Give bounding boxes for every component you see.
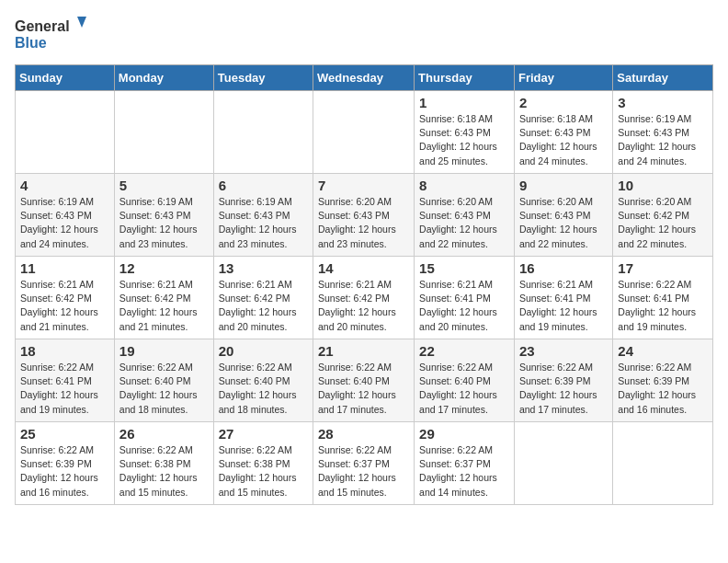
calendar-day: 11Sunrise: 6:21 AMSunset: 6:42 PMDayligh…	[16, 257, 115, 339]
day-info: Sunrise: 6:20 AMSunset: 6:43 PMDaylight:…	[519, 195, 608, 251]
day-number: 21	[318, 343, 409, 359]
day-number: 16	[519, 260, 608, 276]
day-info: Sunrise: 6:18 AMSunset: 6:43 PMDaylight:…	[419, 112, 509, 168]
calendar-day: 15Sunrise: 6:21 AMSunset: 6:41 PMDayligh…	[415, 257, 515, 339]
calendar-day: 25Sunrise: 6:22 AMSunset: 6:39 PMDayligh…	[16, 422, 115, 505]
calendar-day: 3Sunrise: 6:19 AMSunset: 6:43 PMDaylight…	[613, 91, 713, 174]
calendar-week-3: 11Sunrise: 6:21 AMSunset: 6:42 PMDayligh…	[16, 257, 713, 339]
day-number: 2	[519, 95, 608, 110]
day-info: Sunrise: 6:22 AMSunset: 6:40 PMDaylight:…	[119, 361, 209, 417]
calendar-day: 21Sunrise: 6:22 AMSunset: 6:40 PMDayligh…	[313, 339, 415, 422]
calendar-day: 4Sunrise: 6:19 AMSunset: 6:43 PMDaylight…	[16, 174, 115, 257]
day-number: 18	[20, 343, 109, 359]
generalblue-logo-icon: General Blue	[15, 15, 88, 53]
day-number: 10	[618, 178, 708, 193]
column-header-tuesday: Tuesday	[213, 65, 313, 91]
day-number: 6	[219, 178, 308, 193]
calendar-header-row: SundayMondayTuesdayWednesdayThursdayFrid…	[16, 65, 713, 91]
calendar-day: 16Sunrise: 6:21 AMSunset: 6:41 PMDayligh…	[514, 257, 612, 339]
page-header: General Blue	[15, 15, 713, 53]
day-info: Sunrise: 6:22 AMSunset: 6:37 PMDaylight:…	[419, 443, 509, 500]
day-info: Sunrise: 6:21 AMSunset: 6:42 PMDaylight:…	[119, 278, 209, 334]
svg-marker-2	[77, 17, 86, 28]
calendar-day: 17Sunrise: 6:22 AMSunset: 6:41 PMDayligh…	[613, 257, 713, 339]
svg-text:General: General	[15, 18, 70, 34]
calendar-day: 9Sunrise: 6:20 AMSunset: 6:43 PMDaylight…	[514, 174, 612, 257]
day-info: Sunrise: 6:22 AMSunset: 6:39 PMDaylight:…	[20, 443, 109, 500]
calendar-week-4: 18Sunrise: 6:22 AMSunset: 6:41 PMDayligh…	[16, 339, 713, 422]
day-number: 3	[618, 95, 708, 110]
day-info: Sunrise: 6:20 AMSunset: 6:43 PMDaylight:…	[318, 195, 409, 251]
day-info: Sunrise: 6:22 AMSunset: 6:40 PMDaylight:…	[419, 361, 509, 417]
column-header-thursday: Thursday	[415, 65, 515, 91]
day-info: Sunrise: 6:21 AMSunset: 6:42 PMDaylight:…	[219, 278, 308, 334]
day-number: 14	[318, 260, 409, 276]
day-info: Sunrise: 6:20 AMSunset: 6:42 PMDaylight:…	[618, 195, 708, 251]
calendar-day: 23Sunrise: 6:22 AMSunset: 6:39 PMDayligh…	[514, 339, 612, 422]
day-info: Sunrise: 6:19 AMSunset: 6:43 PMDaylight:…	[219, 195, 308, 251]
day-number: 1	[419, 95, 509, 110]
column-header-saturday: Saturday	[613, 65, 713, 91]
calendar-day: 10Sunrise: 6:20 AMSunset: 6:42 PMDayligh…	[613, 174, 713, 257]
day-number: 23	[519, 343, 608, 359]
column-header-sunday: Sunday	[16, 65, 115, 91]
day-info: Sunrise: 6:20 AMSunset: 6:43 PMDaylight:…	[419, 195, 509, 251]
day-number: 7	[318, 178, 409, 193]
day-info: Sunrise: 6:22 AMSunset: 6:40 PMDaylight:…	[219, 361, 308, 417]
day-info: Sunrise: 6:22 AMSunset: 6:40 PMDaylight:…	[318, 361, 409, 417]
calendar-day: 7Sunrise: 6:20 AMSunset: 6:43 PMDaylight…	[313, 174, 415, 257]
calendar-day: 13Sunrise: 6:21 AMSunset: 6:42 PMDayligh…	[213, 257, 313, 339]
logo: General Blue	[15, 15, 88, 53]
day-info: Sunrise: 6:22 AMSunset: 6:38 PMDaylight:…	[219, 443, 308, 500]
calendar-day	[16, 91, 115, 174]
day-info: Sunrise: 6:21 AMSunset: 6:42 PMDaylight:…	[20, 278, 109, 334]
day-info: Sunrise: 6:22 AMSunset: 6:39 PMDaylight:…	[519, 361, 608, 417]
day-info: Sunrise: 6:21 AMSunset: 6:42 PMDaylight:…	[318, 278, 409, 334]
calendar-day	[213, 91, 313, 174]
calendar-day: 19Sunrise: 6:22 AMSunset: 6:40 PMDayligh…	[114, 339, 213, 422]
day-info: Sunrise: 6:22 AMSunset: 6:37 PMDaylight:…	[318, 443, 409, 500]
day-info: Sunrise: 6:21 AMSunset: 6:41 PMDaylight:…	[519, 278, 608, 334]
day-number: 17	[618, 260, 708, 276]
day-number: 9	[519, 178, 608, 193]
calendar-day: 20Sunrise: 6:22 AMSunset: 6:40 PMDayligh…	[213, 339, 313, 422]
column-header-wednesday: Wednesday	[313, 65, 415, 91]
calendar-day: 22Sunrise: 6:22 AMSunset: 6:40 PMDayligh…	[415, 339, 515, 422]
day-number: 24	[618, 343, 708, 359]
calendar-day: 26Sunrise: 6:22 AMSunset: 6:38 PMDayligh…	[114, 422, 213, 505]
day-number: 19	[119, 343, 209, 359]
calendar-day: 27Sunrise: 6:22 AMSunset: 6:38 PMDayligh…	[213, 422, 313, 505]
calendar-day: 18Sunrise: 6:22 AMSunset: 6:41 PMDayligh…	[16, 339, 115, 422]
day-number: 28	[318, 426, 409, 442]
calendar-day: 12Sunrise: 6:21 AMSunset: 6:42 PMDayligh…	[114, 257, 213, 339]
day-number: 13	[219, 260, 308, 276]
column-header-friday: Friday	[514, 65, 612, 91]
day-info: Sunrise: 6:22 AMSunset: 6:41 PMDaylight:…	[618, 278, 708, 334]
day-info: Sunrise: 6:19 AMSunset: 6:43 PMDaylight:…	[20, 195, 109, 251]
column-header-monday: Monday	[114, 65, 213, 91]
day-info: Sunrise: 6:18 AMSunset: 6:43 PMDaylight:…	[519, 112, 608, 168]
calendar-table: SundayMondayTuesdayWednesdayThursdayFrid…	[15, 64, 713, 505]
calendar-day: 24Sunrise: 6:22 AMSunset: 6:39 PMDayligh…	[613, 339, 713, 422]
day-number: 11	[20, 260, 109, 276]
day-number: 20	[219, 343, 308, 359]
day-number: 8	[419, 178, 509, 193]
day-number: 22	[419, 343, 509, 359]
calendar-day: 14Sunrise: 6:21 AMSunset: 6:42 PMDayligh…	[313, 257, 415, 339]
svg-text:Blue: Blue	[15, 35, 47, 51]
calendar-day: 5Sunrise: 6:19 AMSunset: 6:43 PMDaylight…	[114, 174, 213, 257]
day-number: 26	[119, 426, 209, 442]
calendar-day	[313, 91, 415, 174]
day-info: Sunrise: 6:22 AMSunset: 6:41 PMDaylight:…	[20, 361, 109, 417]
calendar-week-5: 25Sunrise: 6:22 AMSunset: 6:39 PMDayligh…	[16, 422, 713, 505]
calendar-day: 29Sunrise: 6:22 AMSunset: 6:37 PMDayligh…	[415, 422, 515, 505]
calendar-day: 2Sunrise: 6:18 AMSunset: 6:43 PMDaylight…	[514, 91, 612, 174]
day-info: Sunrise: 6:19 AMSunset: 6:43 PMDaylight:…	[119, 195, 209, 251]
calendar-day: 28Sunrise: 6:22 AMSunset: 6:37 PMDayligh…	[313, 422, 415, 505]
day-number: 15	[419, 260, 509, 276]
day-info: Sunrise: 6:22 AMSunset: 6:39 PMDaylight:…	[618, 361, 708, 417]
day-number: 27	[219, 426, 308, 442]
calendar-day	[114, 91, 213, 174]
calendar-day	[613, 422, 713, 505]
calendar-day: 8Sunrise: 6:20 AMSunset: 6:43 PMDaylight…	[415, 174, 515, 257]
